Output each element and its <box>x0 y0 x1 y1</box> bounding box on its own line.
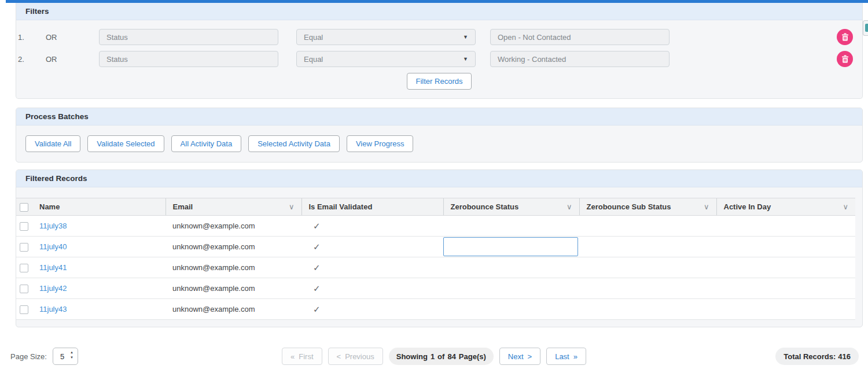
delete-filter-button[interactable] <box>837 51 853 67</box>
validate-selected-button[interactable]: Validate Selected <box>87 135 164 152</box>
active-in-day-cell[interactable] <box>716 278 855 299</box>
filter-logic-label: OR <box>46 55 69 64</box>
selected-activity-data-button[interactable]: Selected Activity Data <box>248 135 340 152</box>
column-header-zerobounce-status[interactable]: Zerobounce Status ∨ <box>443 198 579 216</box>
zerobounce-status-editor[interactable] <box>443 237 578 256</box>
filter-field-input[interactable]: Status <box>99 29 278 45</box>
filter-row-number: 2. <box>18 55 30 64</box>
chevron-down-icon: ∨ <box>567 202 572 211</box>
record-name-link[interactable]: 11july40 <box>39 242 67 251</box>
filtered-records-section: Filtered Records Name <box>16 169 863 327</box>
filters-section: Filters 1. OR Status Equal ▼ Open - Not … <box>16 3 863 99</box>
filter-value-input[interactable]: Open - Not Contacted <box>490 29 670 45</box>
record-name-link[interactable]: 11july38 <box>39 222 67 230</box>
trash-icon <box>841 33 849 41</box>
filter-operator-select[interactable]: Equal ▼ <box>296 51 476 67</box>
check-icon: ✓ <box>313 242 321 252</box>
trash-icon <box>841 55 849 63</box>
chevron-left-icon: < <box>337 352 341 361</box>
current-page: 1 <box>431 352 435 361</box>
double-chevron-left-icon: « <box>290 352 295 361</box>
zerobounce-sub-status-cell[interactable] <box>579 299 716 320</box>
record-name-link[interactable]: 11july43 <box>39 305 67 313</box>
record-email: unknown@example.com <box>172 305 255 313</box>
records-table-wrap: Name Email ∨ Is Email Validated Zeroboun… <box>16 198 854 320</box>
zerobounce-sub-status-cell[interactable] <box>579 237 716 257</box>
check-icon: ✓ <box>313 263 321 272</box>
spinner-down-icon[interactable]: ▼ <box>70 356 73 360</box>
total-pages: 84 <box>447 352 455 361</box>
row-checkbox[interactable] <box>20 264 28 272</box>
zerobounce-sub-status-cell[interactable] <box>579 278 716 299</box>
column-header-is-email-validated[interactable]: Is Email Validated <box>301 198 443 216</box>
zerobounce-status-cell[interactable] <box>443 299 579 320</box>
column-header-name[interactable]: Name <box>32 198 165 216</box>
record-name-link[interactable]: 11july41 <box>39 263 67 272</box>
zerobounce-sub-status-cell[interactable] <box>579 257 716 278</box>
record-name-link[interactable]: 11july42 <box>39 284 67 293</box>
row-checkbox[interactable] <box>20 222 28 231</box>
column-header-zerobounce-sub-status[interactable]: Zerobounce Sub Status ∨ <box>579 198 716 216</box>
view-progress-button[interactable]: View Progress <box>347 135 414 152</box>
zerobounce-status-cell[interactable] <box>443 278 579 299</box>
select-all-checkbox[interactable] <box>20 203 28 212</box>
filter-row: 2. OR Status Equal ▼ Working - Contacted <box>16 51 862 67</box>
column-header-active-in-day[interactable]: Active In Day ∨ <box>716 198 855 216</box>
filter-records-button[interactable]: Filter Records <box>407 73 472 90</box>
dropdown-caret-icon: ▼ <box>463 56 468 62</box>
record-email: unknown@example.com <box>172 284 255 293</box>
filter-field-input[interactable]: Status <box>99 51 278 67</box>
check-icon: ✓ <box>313 304 321 314</box>
validate-all-button[interactable]: Validate All <box>25 135 80 152</box>
last-page-button[interactable]: Last » <box>546 348 586 365</box>
filter-value-input[interactable]: Working - Contacted <box>490 51 670 67</box>
dropdown-caret-icon: ▼ <box>463 34 468 40</box>
chevron-down-icon: ∨ <box>843 202 848 211</box>
total-records-badge: Total Records: 416 <box>775 348 859 365</box>
select-all-header <box>16 198 32 216</box>
delete-filter-button[interactable] <box>837 29 853 45</box>
active-in-day-cell[interactable] <box>716 237 855 257</box>
row-checkbox[interactable] <box>20 285 28 293</box>
row-checkbox[interactable] <box>20 305 28 314</box>
spinner-up-icon[interactable]: ▲ <box>70 350 73 355</box>
process-batches-body: Validate All Validate Selected All Activ… <box>16 126 862 162</box>
all-activity-data-button[interactable]: All Activity Data <box>171 135 242 152</box>
table-row: 11july40 unknown@example.com ✓ <box>16 237 855 257</box>
active-in-day-cell[interactable] <box>716 216 855 237</box>
record-email: unknown@example.com <box>172 242 255 251</box>
active-in-day-cell[interactable] <box>716 299 855 320</box>
next-page-button[interactable]: Next > <box>499 348 540 365</box>
filter-operator-select[interactable]: Equal ▼ <box>296 29 476 45</box>
check-icon: ✓ <box>313 221 321 231</box>
filters-header: Filters <box>16 3 862 20</box>
zerobounce-status-cell[interactable] <box>443 216 579 237</box>
double-chevron-right-icon: » <box>573 352 578 361</box>
page-size-label: Page Size: <box>10 352 47 361</box>
active-in-day-cell[interactable] <box>716 257 855 278</box>
page-size-value: 5 <box>60 352 64 361</box>
filters-body: 1. OR Status Equal ▼ Open - Not Contacte… <box>16 20 862 98</box>
spinner-arrows-icon[interactable]: ▲ ▼ <box>70 350 73 360</box>
side-panel-tab[interactable] <box>863 20 868 36</box>
page-size-input[interactable]: 5 ▲ ▼ <box>53 348 78 365</box>
records-table: Name Email ∨ Is Email Validated Zeroboun… <box>16 198 855 320</box>
chevron-down-icon: ∨ <box>289 202 295 211</box>
process-batches-title: Process Batches <box>25 112 89 121</box>
filter-row-number: 1. <box>18 33 30 42</box>
zerobounce-sub-status-cell[interactable] <box>579 216 716 237</box>
zerobounce-status-cell[interactable] <box>443 257 579 278</box>
filters-title: Filters <box>25 7 49 16</box>
previous-page-button[interactable]: < Previous <box>328 348 383 365</box>
record-email: unknown@example.com <box>172 222 255 230</box>
zerobounce-status-cell[interactable] <box>443 237 579 257</box>
first-page-button[interactable]: « First <box>282 348 322 365</box>
check-icon: ✓ <box>313 283 321 293</box>
table-header-row: Name Email ∨ Is Email Validated Zeroboun… <box>16 198 855 216</box>
row-checkbox[interactable] <box>20 243 28 252</box>
page-status-pill: Showing 1 of 84 Page(s) <box>389 348 494 365</box>
column-header-email[interactable]: Email ∨ <box>165 198 301 216</box>
chevron-right-icon: > <box>528 352 532 361</box>
chevron-down-icon: ∨ <box>704 202 709 211</box>
process-batches-header: Process Batches <box>16 108 862 126</box>
